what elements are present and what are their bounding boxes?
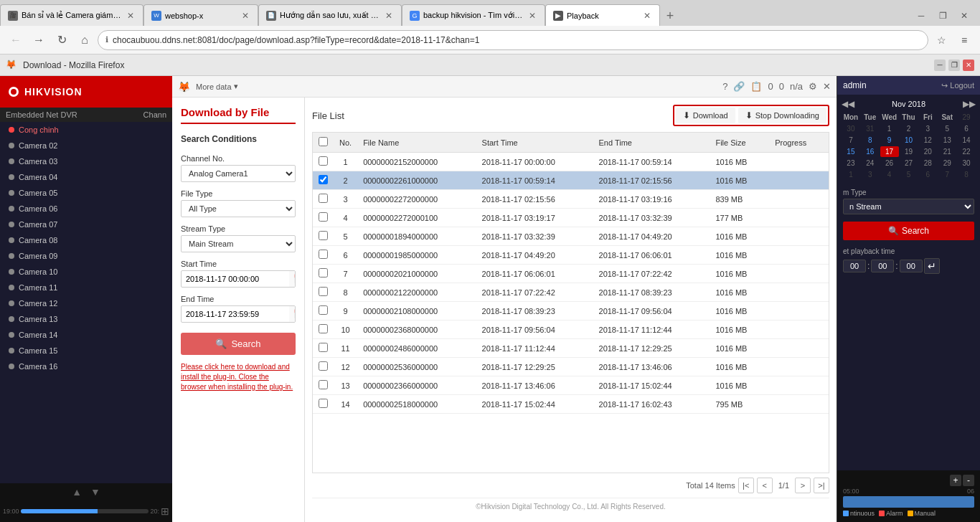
more-data-btn[interactable]: More data ▾ <box>196 82 238 91</box>
link-icon[interactable]: 🔗 <box>733 81 745 92</box>
cal-day-30-oct[interactable]: 30 <box>842 123 860 134</box>
channel-no-select[interactable]: Analog Camera1 <box>181 165 296 182</box>
cal-day-13[interactable]: 13 <box>938 135 956 146</box>
start-time-input[interactable] <box>182 272 289 286</box>
tab-1-close[interactable]: ✕ <box>126 11 136 21</box>
zoom-in-btn[interactable]: + <box>950 475 961 486</box>
forward-btn[interactable]: → <box>29 30 49 50</box>
camera-item-7[interactable]: Camera 07 <box>0 217 172 232</box>
cal-day-19[interactable]: 19 <box>900 146 918 157</box>
dvr-enter-btn[interactable]: ↵ <box>924 258 940 274</box>
row-checkbox[interactable] <box>319 324 328 333</box>
cal-day-16[interactable]: 16 <box>861 146 880 157</box>
table-row[interactable]: 14 00000002518000000 2018-11-17 15:02:44… <box>313 395 829 414</box>
cal-day-5-dec[interactable]: 5 <box>900 169 918 180</box>
row-checkbox[interactable] <box>319 380 328 389</box>
cal-day-28[interactable]: 28 <box>918 158 937 169</box>
dvr-time-min[interactable] <box>871 260 894 272</box>
row-checkbox[interactable] <box>319 361 328 371</box>
next-page-btn[interactable]: > <box>795 478 811 493</box>
ff-close-btn[interactable]: ✕ <box>963 60 974 71</box>
camera-item-6[interactable]: Camera 06 <box>0 201 172 217</box>
cal-day-29[interactable]: 29 <box>938 158 956 169</box>
cal-day-3[interactable]: 3 <box>918 123 937 134</box>
cal-day-29-oct[interactable]: 29 <box>957 112 976 123</box>
prev-page-btn[interactable]: < <box>757 478 773 493</box>
tab-5-close[interactable]: ✕ <box>642 11 652 21</box>
camera-item-4[interactable]: Camera 04 <box>0 169 172 185</box>
cal-day-21[interactable]: 21 <box>938 146 956 157</box>
search-button[interactable]: 🔍 Search <box>181 333 296 355</box>
cal-day-26[interactable]: 26 <box>880 158 899 169</box>
table-row[interactable]: 8 00000002122000000 2018-11-17 07:22:42 … <box>313 283 829 302</box>
cal-day-24[interactable]: 24 <box>861 158 880 169</box>
help-icon[interactable]: ? <box>722 81 727 92</box>
row-checkbox[interactable] <box>319 268 328 277</box>
tab-3[interactable]: 📄 Hướng dẫn sao lưu, xuất video từ c... … <box>258 4 402 26</box>
end-time-input[interactable] <box>182 307 289 321</box>
dvr-time-hour[interactable] <box>843 260 866 272</box>
end-calendar-icon[interactable]: 📅 <box>289 306 296 322</box>
row-checkbox[interactable] <box>319 175 328 184</box>
cal-day-1-dec[interactable]: 1 <box>842 169 860 180</box>
cal-day-23[interactable]: 23 <box>842 158 860 169</box>
cal-day-10[interactable]: 10 <box>900 135 918 146</box>
camera-item-8[interactable]: Camera 08 <box>0 232 172 248</box>
dvr-stream-select[interactable]: n Stream <box>843 199 974 214</box>
scroll-down-btn[interactable]: ▼ <box>86 485 105 499</box>
camera-item-15[interactable]: Camera 15 <box>0 343 172 359</box>
stop-downloading-button[interactable]: ⬇ Stop Downloading <box>738 108 826 123</box>
camera-item-10[interactable]: Camera 10 <box>0 264 172 280</box>
row-checkbox[interactable] <box>319 287 328 296</box>
row-checkbox[interactable] <box>319 156 328 166</box>
last-page-btn[interactable]: >| <box>814 478 829 493</box>
cal-day-5[interactable]: 5 <box>938 123 956 134</box>
table-row[interactable]: 4 00000002272000100 2018-11-17 03:19:17 … <box>313 209 829 227</box>
address-bar-input[interactable] <box>113 35 920 45</box>
camera-item-cong-chinh[interactable]: Cong chinh <box>0 122 172 138</box>
cal-day-2[interactable]: 2 <box>900 123 918 134</box>
camera-item-14[interactable]: Camera 14 <box>0 327 172 343</box>
home-btn[interactable]: ⌂ <box>75 30 95 50</box>
cal-day-8-dec[interactable]: 8 <box>957 169 976 180</box>
row-checkbox[interactable] <box>319 231 328 240</box>
scroll-up-btn[interactable]: ▲ <box>67 485 86 499</box>
menu-icon[interactable]: ≡ <box>954 30 974 50</box>
row-checkbox[interactable] <box>319 305 328 315</box>
tab-1[interactable]: 🎥 Bán sỉ và lẻ Camera giám sát, h... ✕ <box>0 4 143 26</box>
first-page-btn[interactable]: |< <box>738 478 754 493</box>
tab-3-close[interactable]: ✕ <box>384 11 394 21</box>
cal-day-12[interactable]: 12 <box>918 135 937 146</box>
logout-btn[interactable]: ↪ Logout <box>941 81 974 90</box>
camera-item-9[interactable]: Camera 09 <box>0 248 172 264</box>
ff-minimize-btn[interactable]: ─ <box>934 60 946 71</box>
camera-item-13[interactable]: Camera 13 <box>0 311 172 327</box>
cal-day-6-dec[interactable]: 6 <box>918 169 937 180</box>
close-topbar-icon[interactable]: ✕ <box>823 81 831 92</box>
zoom-out-btn[interactable]: - <box>963 475 974 486</box>
camera-item-2[interactable]: Camera 02 <box>0 138 172 153</box>
cal-day-31-oct[interactable]: 31 <box>861 123 880 134</box>
cal-day-17-today[interactable]: 17 <box>880 146 899 157</box>
table-row[interactable]: 9 00000002108000000 2018-11-17 08:39:23 … <box>313 302 829 321</box>
screenshot-icon[interactable]: 📋 <box>750 81 762 92</box>
table-row[interactable]: 1 00000002152000000 2018-11-17 00:00:00 … <box>313 153 829 171</box>
calendar-icon[interactable]: 📅 <box>289 271 296 287</box>
cal-day-30[interactable]: 30 <box>957 158 976 169</box>
cal-day-4-dec[interactable]: 4 <box>880 169 899 180</box>
row-checkbox[interactable] <box>319 250 328 259</box>
cal-day-6[interactable]: 6 <box>957 123 976 134</box>
tab-2[interactable]: W webshop-x ✕ <box>143 4 258 26</box>
stream-type-select[interactable]: Main Stream <box>181 235 296 252</box>
table-row[interactable]: 3 00000002272000000 2018-11-17 02:15:56 … <box>313 190 829 209</box>
cal-day-8[interactable]: 8 <box>861 135 880 146</box>
refresh-btn[interactable]: ↻ <box>52 30 72 50</box>
select-all-checkbox[interactable] <box>319 137 328 146</box>
tab-5-active[interactable]: ▶ Playback ✕ <box>545 4 660 26</box>
cal-day-20[interactable]: 20 <box>918 146 937 157</box>
file-type-select[interactable]: All Type <box>181 200 296 217</box>
ff-restore-btn[interactable]: ❐ <box>948 60 960 71</box>
cal-day-27[interactable]: 27 <box>900 158 918 169</box>
camera-item-3[interactable]: Camera 03 <box>0 153 172 169</box>
tab-4[interactable]: G backup hikvision - Tìm với Go... ✕ <box>402 4 545 26</box>
